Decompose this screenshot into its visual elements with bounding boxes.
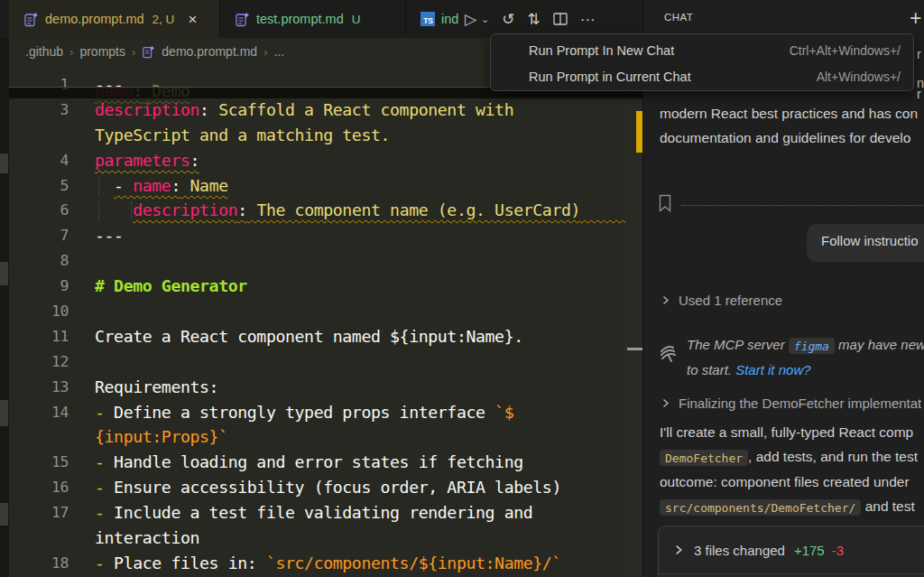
- open-changes-icon[interactable]: ⇅: [528, 12, 541, 27]
- chevron-right-icon: ›: [132, 45, 135, 59]
- line-number: 9: [9, 274, 69, 299]
- prompt-file-icon: [142, 45, 155, 59]
- code-row: 3description: Scaffold a React component…: [9, 98, 625, 123]
- tab-test-prompt-md[interactable]: test.prompt.md U: [220, 0, 406, 38]
- line-number: 18: [9, 551, 69, 576]
- line-number: 12: [9, 349, 69, 375]
- code-row: 9# Demo Generator: [9, 274, 625, 299]
- mcp-tools-icon: [658, 343, 678, 365]
- prompt-file-icon: [23, 12, 39, 27]
- tab-label: ind: [441, 12, 458, 26]
- strip-block: [0, 154, 8, 173]
- editor-actions-toolbar: ▷ ⌄ ↺ ⇅ ···: [465, 0, 642, 38]
- additions-count: +175: [794, 543, 825, 558]
- line-number: 5: [9, 173, 69, 199]
- checkpoint-bookmark-icon[interactable]: [658, 194, 672, 212]
- tab-demo-prompt-md[interactable]: demo.prompt.md 2, U ×: [9, 0, 220, 38]
- history-icon[interactable]: ↺: [502, 12, 514, 27]
- breadcrumb-folder[interactable]: prompts: [79, 44, 125, 59]
- run-prompt-icon[interactable]: ▷: [465, 12, 476, 27]
- chevron-right-icon: ›: [69, 45, 73, 59]
- more-actions-icon[interactable]: ···: [580, 12, 596, 27]
- tab-index-ts[interactable]: TS ind: [406, 0, 465, 38]
- typescript-file-icon: TS: [420, 12, 435, 26]
- line-number: [9, 424, 69, 450]
- chevron-right-icon: [675, 544, 683, 555]
- used-references-toggle[interactable]: Used 1 reference: [662, 293, 782, 308]
- occluded-text-fragment: r: [917, 87, 921, 101]
- line-number: [9, 123, 69, 148]
- chevron-down-icon[interactable]: ⌄: [481, 14, 489, 24]
- menu-item-run-new-chat[interactable]: Run Prompt In New Chat Ctrl+Alt+Windows+…: [491, 37, 913, 63]
- line-number: 8: [9, 248, 69, 274]
- code-row: 4parameters:: [9, 148, 625, 173]
- line-number: 7: [9, 223, 69, 248]
- code-row: 17- Include a test file validating rende…: [9, 500, 625, 526]
- code-row: interaction: [9, 526, 625, 551]
- code-row: TypeScript and a matching test.: [9, 123, 625, 148]
- mcp-server-name-chip: figma: [789, 338, 835, 354]
- line-number: 3: [9, 98, 69, 123]
- line-number: [9, 526, 69, 551]
- code-row: 7---: [9, 223, 625, 248]
- code-row: 18- Place files in: `src/components/${in…: [9, 551, 625, 576]
- tab-decoration: 2, U: [152, 13, 175, 26]
- assistant-text: I'll create a small, fully-typed React c…: [660, 420, 924, 519]
- code-lines: 1---3description: Scaffold a React compo…: [9, 72, 625, 576]
- code-row: {input:Props}`: [9, 424, 625, 450]
- strip-block: [0, 400, 8, 426]
- editor-scrollbar[interactable]: [625, 65, 642, 577]
- strip-block: [0, 503, 8, 526]
- finalizing-toggle[interactable]: Finalizing the DemoFetcher implementat: [662, 396, 921, 411]
- tab-label: test.prompt.md: [256, 12, 344, 26]
- line-number: 16: [9, 475, 69, 500]
- sidebar-edge-strip: [0, 38, 9, 577]
- mcp-server-notice: The MCP server figma may have new to to …: [687, 332, 924, 382]
- deletions-count: -3: [832, 543, 844, 558]
- new-chat-icon[interactable]: +: [910, 6, 921, 31]
- editor-tab-bar: demo.prompt.md 2, U × test.prompt.md U T…: [0, 0, 642, 38]
- code-row: 5 - name: Name: [9, 173, 625, 199]
- line-number: 11: [9, 324, 69, 349]
- assistant-text: modern React best practices and has con …: [660, 101, 924, 150]
- line-number: 13: [9, 375, 69, 400]
- overview-warning-marker: [636, 111, 642, 153]
- chevron-right-icon: [662, 295, 670, 305]
- chevron-right-icon: ›: [263, 45, 267, 59]
- code-row: 13Requirements:: [9, 375, 625, 400]
- code-row: 6 description: The component name (e.g. …: [9, 198, 625, 223]
- breadcrumb-symbol[interactable]: ...: [273, 44, 284, 59]
- code-row: 11Create a React component named ${input…: [9, 324, 625, 349]
- user-message-text: Follow instructio: [821, 233, 919, 248]
- line-number: 17: [9, 500, 69, 526]
- split-editor-icon[interactable]: [553, 13, 568, 25]
- code-row: 16- Ensure accessibility (focus order, A…: [9, 475, 625, 500]
- prompt-file-icon: [235, 12, 250, 27]
- occluded-text-fragment: r: [917, 47, 921, 61]
- strip-block: [0, 262, 8, 285]
- line-number: 4: [9, 148, 69, 173]
- close-icon[interactable]: ×: [188, 12, 197, 27]
- user-message-bubble: Follow instructio: [807, 224, 924, 262]
- menu-item-run-current-chat[interactable]: Run Prompt in Current Chat Alt+Windows+/: [491, 63, 913, 89]
- line-number: 6: [9, 198, 69, 223]
- line-number: 14: [9, 400, 69, 425]
- code-row: 15- Handle loading and error states if f…: [9, 450, 625, 475]
- files-changed-panel: 3 files changed +175 -3: [658, 526, 924, 577]
- keybinding-label: Alt+Windows+/: [817, 70, 901, 84]
- breadcrumb-folder[interactable]: .github: [25, 44, 63, 59]
- start-it-now-link[interactable]: Start it now?: [735, 362, 810, 377]
- scrollbar-slider[interactable]: [627, 348, 642, 350]
- chevron-right-icon: [662, 398, 670, 408]
- files-changed-summary: 3 files changed: [694, 543, 785, 558]
- chat-panel-title: CHAT: [664, 12, 693, 23]
- code-row: 10: [9, 299, 625, 324]
- files-changed-header[interactable]: 3 files changed +175 -3: [659, 526, 924, 574]
- code-chip: DemoFetcher: [660, 450, 748, 466]
- code-row: 8: [9, 248, 625, 274]
- code-chip: src/components/DemoFetcher/: [660, 499, 861, 516]
- breadcrumb-file[interactable]: demo.prompt.md: [162, 44, 257, 59]
- vscode-window: demo.prompt.md 2, U × test.prompt.md U T…: [0, 0, 924, 577]
- code-row: 12: [9, 349, 625, 375]
- code-editor[interactable]: 1---3description: Scaffold a React compo…: [9, 65, 625, 577]
